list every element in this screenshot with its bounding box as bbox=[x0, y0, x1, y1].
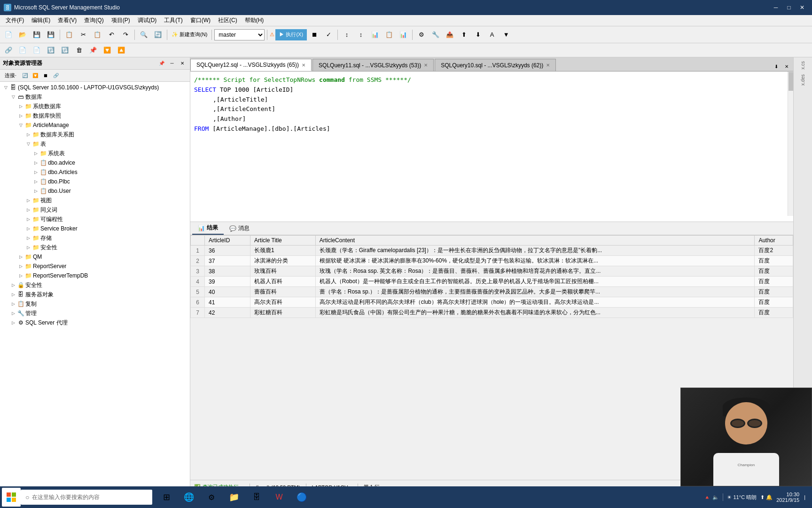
oe-sync-button[interactable]: 🔗 bbox=[51, 71, 61, 80]
results-tab-messages[interactable]: 💬 消息 bbox=[224, 222, 255, 234]
menu-community[interactable]: 社区(C) bbox=[214, 15, 241, 26]
table-row[interactable]: 5 40 蔷薇百科 蔷（学名：Rosa sp.）：是蔷薇属部分植物的通称，主要指… bbox=[191, 287, 793, 297]
tree-dbo-user-node[interactable]: ▷ 📋 dbo.User bbox=[0, 186, 190, 196]
close-button[interactable]: ✕ bbox=[796, 1, 808, 14]
menu-project[interactable]: 项目(P) bbox=[108, 15, 134, 26]
menu-debug[interactable]: 调试(D) bbox=[134, 15, 161, 26]
tree-dbdiagram-node[interactable]: ▷ 📁 数据库关系图 bbox=[0, 130, 190, 139]
oe-minimize-button[interactable]: ─ bbox=[167, 59, 177, 68]
st-btn-6[interactable]: 🗑 bbox=[72, 44, 86, 57]
st-btn-4[interactable]: 🔃 bbox=[44, 44, 57, 57]
tab-query10[interactable]: SQLQuery10.sql - ...VSGLS\zkyyds (62)) ✕ bbox=[435, 59, 556, 71]
parse-button[interactable]: ✓ bbox=[322, 28, 335, 41]
tree-servicebroker-node[interactable]: ▷ 📁 Service Broker bbox=[0, 224, 190, 233]
menu-file[interactable]: 文件(F) bbox=[2, 15, 28, 26]
tree-serverobjects-node[interactable]: ▷ 🗄 服务器对象 bbox=[0, 290, 190, 299]
table-row[interactable]: 4 39 机器人百科 机器人（Robot）是一种能够半自主或全自主工作的智能机器… bbox=[191, 277, 793, 287]
tree-replication-node[interactable]: ▷ 📋 复制 bbox=[0, 299, 190, 309]
right-sidebar-label-1[interactable]: x.cs bbox=[799, 59, 806, 71]
st-btn-7[interactable]: 📌 bbox=[86, 44, 100, 57]
right-sidebar-label-2[interactable]: x.des bbox=[799, 72, 806, 87]
toolbar-btn-4[interactable]: ↶ bbox=[105, 28, 118, 41]
tree-sysdb-node[interactable]: ▷ 📁 系统数据库 bbox=[0, 102, 190, 111]
new-query-button[interactable]: 📄 bbox=[2, 28, 15, 41]
menu-edit[interactable]: 编辑(E) bbox=[28, 15, 54, 26]
toolbar-btn-5[interactable]: ↷ bbox=[119, 28, 132, 41]
toolbar-btn-10[interactable]: 📊 bbox=[368, 28, 382, 41]
taskbar-explorer[interactable]: 📁 bbox=[224, 487, 244, 507]
taskbar-wordpad[interactable]: W bbox=[269, 487, 289, 507]
oe-stop-button[interactable]: ⏹ bbox=[41, 71, 50, 80]
tree-tables-node[interactable]: ▽ 📁 表 bbox=[0, 139, 190, 149]
tree-dbo-advice-node[interactable]: ▷ 📋 dbo.advice bbox=[0, 158, 190, 167]
tabs-list-button[interactable]: ⬇ bbox=[772, 62, 781, 71]
maximize-button[interactable]: □ bbox=[783, 1, 795, 14]
toolbar-btn-13[interactable]: ⚙ bbox=[415, 28, 428, 41]
tree-snapshot-node[interactable]: ▷ 📁 数据库快照 bbox=[0, 111, 190, 120]
tree-storage-node[interactable]: ▷ 📁 存储 bbox=[0, 233, 190, 243]
toolbar-btn-3[interactable]: 📋 bbox=[91, 28, 104, 41]
toolbar-btn-1[interactable]: 📋 bbox=[62, 28, 76, 41]
tree-synonyms-node[interactable]: ▷ 📁 同义词 bbox=[0, 205, 190, 214]
toolbar-btn-9[interactable]: ↕ bbox=[354, 28, 367, 41]
toolbar-btn-19[interactable]: ▼ bbox=[500, 28, 513, 41]
tree-management-node[interactable]: ▷ 🔧 管理 bbox=[0, 309, 190, 318]
taskbar-ssms[interactable]: 🗄 bbox=[246, 487, 267, 507]
editor-vscroll[interactable] bbox=[788, 71, 793, 216]
database-select[interactable]: master ArticleManage bbox=[214, 29, 265, 40]
start-button[interactable] bbox=[2, 488, 21, 507]
st-btn-9[interactable]: 🔼 bbox=[115, 44, 128, 57]
toolbar-btn-7[interactable]: 🔄 bbox=[151, 28, 164, 41]
tree-views-node[interactable]: ▷ 📁 视图 bbox=[0, 196, 190, 205]
stop-button[interactable]: ⏹ bbox=[308, 28, 321, 41]
oe-close-button[interactable]: ✕ bbox=[178, 59, 187, 68]
tree-server-node[interactable]: ▽ 🗄 (SQL Server 10.50.1600 - LAPTOP-U1GV… bbox=[0, 83, 190, 92]
table-row[interactable]: 7 42 彩虹糖百科 彩虹糖是玛氏食品（中国）有限公司生产的一种果汁糖，脆脆的糖… bbox=[191, 308, 793, 318]
toolbar-btn-12[interactable]: 📊 bbox=[397, 28, 410, 41]
results-tab-results[interactable]: 📊 结果 bbox=[192, 222, 224, 235]
toolbar-btn-8[interactable]: ↕ bbox=[340, 28, 353, 41]
tree-dbo-plbc-node[interactable]: ▷ 📋 dbo.Plbc bbox=[0, 177, 190, 186]
toolbar-btn-14[interactable]: 🔧 bbox=[429, 28, 442, 41]
tree-qm-node[interactable]: ▷ 📁 QM bbox=[0, 252, 190, 262]
oe-refresh-button[interactable]: 🔄 bbox=[20, 71, 30, 80]
tab10-close-icon[interactable]: ✕ bbox=[546, 63, 550, 68]
menu-tools[interactable]: 工具(T) bbox=[160, 15, 186, 26]
tree-security-top-node[interactable]: ▷ 🔒 安全性 bbox=[0, 280, 190, 290]
oe-pin-button[interactable]: 📌 bbox=[157, 59, 166, 68]
tab11-close-icon[interactable]: ✕ bbox=[424, 63, 428, 68]
tabs-close-all-button[interactable]: ✕ bbox=[782, 62, 791, 71]
tree-systables-node[interactable]: ▷ 📁 系统表 bbox=[0, 149, 190, 158]
st-btn-5[interactable]: 🔃 bbox=[58, 44, 71, 57]
taskbar-dotnet[interactable]: ⚙ bbox=[201, 487, 222, 507]
tree-security-sub-node[interactable]: ▷ 📁 安全性 bbox=[0, 243, 190, 252]
menu-help[interactable]: 帮助(H) bbox=[241, 15, 268, 26]
show-desktop-button[interactable]: | bbox=[803, 494, 806, 500]
open-button[interactable]: 📂 bbox=[16, 28, 29, 41]
taskbar-chrome[interactable]: 🔵 bbox=[291, 487, 312, 507]
tab-query12[interactable]: SQLQuery12.sql - ...VSGLS\zkyyds (65)) ✕ bbox=[190, 59, 312, 71]
tree-articlemanage-node[interactable]: ▽ 📁 ArticleManage bbox=[0, 120, 190, 130]
st-btn-3[interactable]: 📄 bbox=[30, 44, 43, 57]
table-row[interactable]: 2 37 冰淇淋的分类 根据软硬 硬冰淇淋：硬冰淇淋的膨胀率在30%-60%，硬… bbox=[191, 256, 793, 266]
tree-rsempdb-node[interactable]: ▷ 📁 ReportServerTempDB bbox=[0, 271, 190, 280]
menu-window[interactable]: 窗口(W) bbox=[187, 15, 214, 26]
table-row[interactable]: 3 38 玫瑰百科 玫瑰（学名：Rosa ssp. 英文名称：Rosa）：是蔷薇… bbox=[191, 266, 793, 277]
tab-query11[interactable]: SQLQuery11.sql - ...VSGLS\zkyyds (53)) ✕ bbox=[312, 59, 434, 71]
taskbar-taskview[interactable]: ⊞ bbox=[156, 487, 177, 507]
taskbar-search-box[interactable]: ○ 在这里输入你要搜索的内容 bbox=[21, 490, 152, 505]
tree-sqlagent-node[interactable]: ▷ ⚙ SQL Server 代理 bbox=[0, 318, 190, 327]
tree-programmability-node[interactable]: ▷ 📁 可编程性 bbox=[0, 214, 190, 224]
toolbar-btn-2[interactable]: ✂ bbox=[77, 28, 90, 41]
oe-connect-button[interactable]: 连接· bbox=[2, 71, 19, 80]
st-btn-8[interactable]: 🔽 bbox=[101, 44, 114, 57]
toolbar-btn-15[interactable]: 📤 bbox=[443, 28, 456, 41]
tree-dbo-articles-node[interactable]: ▷ 📋 dbo.Articles bbox=[0, 167, 190, 177]
table-row[interactable]: 6 41 高尔夫百科 高尔夫球运动是利用不同的高尔夫球杆（club）将高尔夫球打… bbox=[191, 297, 793, 308]
execute-button[interactable]: ▶ 执行(X) bbox=[275, 29, 307, 40]
toolbar-btn-18[interactable]: A bbox=[485, 28, 499, 41]
st-btn-1[interactable]: 🔗 bbox=[2, 44, 15, 57]
menu-view[interactable]: 查看(V) bbox=[54, 15, 80, 26]
sql-editor[interactable]: /****** Script for SelectTopNRows comman… bbox=[190, 71, 793, 222]
save-button[interactable]: 💾 bbox=[30, 28, 43, 41]
